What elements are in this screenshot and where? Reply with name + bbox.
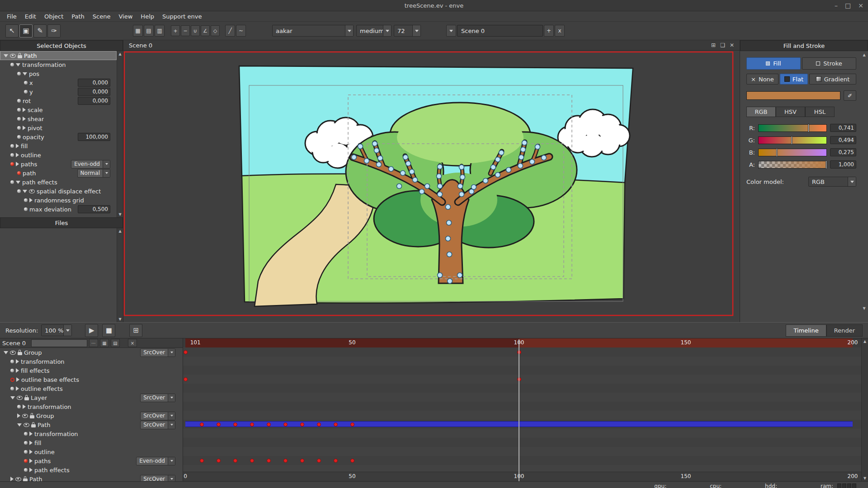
lock-icon[interactable] bbox=[31, 424, 36, 427]
path-node[interactable] bbox=[374, 148, 379, 153]
value-field[interactable]: 0,000 bbox=[78, 79, 110, 87]
timeline-layout-2-button[interactable]: ▤ bbox=[111, 339, 120, 347]
path-node[interactable] bbox=[425, 184, 430, 189]
visibility-eye-icon[interactable] bbox=[29, 189, 35, 193]
expand-arrow-icon[interactable] bbox=[16, 368, 19, 373]
expand-arrow-icon[interactable] bbox=[23, 108, 26, 112]
connect-nodes-button[interactable]: ∪ bbox=[191, 25, 200, 36]
timeline-layout-1-button[interactable]: ▦ bbox=[100, 339, 109, 347]
keyframe-indicator-dot[interactable] bbox=[24, 450, 28, 454]
keyframe-indicator-dot[interactable] bbox=[17, 189, 21, 193]
keyframe-dot[interactable] bbox=[217, 422, 221, 427]
timeline-row-path[interactable]: PathSrcOver bbox=[0, 474, 183, 481]
visibility-eye-icon[interactable] bbox=[22, 414, 28, 418]
path-node[interactable] bbox=[413, 178, 418, 183]
collapse-arrow-icon[interactable] bbox=[23, 190, 27, 193]
paint-tool-button[interactable]: ✑ bbox=[47, 24, 61, 38]
path-node[interactable] bbox=[459, 165, 464, 170]
objects-row-shear[interactable]: shear bbox=[0, 114, 117, 123]
stop-button[interactable]: ■ bbox=[102, 324, 115, 337]
channel-value-a[interactable]: 1,000 bbox=[830, 160, 856, 169]
path-node[interactable] bbox=[483, 178, 488, 183]
timeline-close-button[interactable]: × bbox=[128, 339, 137, 347]
scene-canvas[interactable] bbox=[123, 51, 740, 322]
path-node[interactable] bbox=[491, 165, 496, 170]
collapse-arrow-icon[interactable] bbox=[23, 72, 27, 75]
objects-row-rot[interactable]: rot0,000 bbox=[0, 96, 117, 105]
timeline-row-layer[interactable]: LayerSrcOver bbox=[0, 393, 183, 402]
objects-row-pivot[interactable]: pivot bbox=[0, 123, 117, 132]
timeline-row-transformation[interactable]: transformation bbox=[0, 357, 183, 366]
keyframe-indicator-dot[interactable] bbox=[24, 441, 28, 445]
collapse-arrow-icon[interactable] bbox=[4, 351, 8, 354]
value-field[interactable]: 0,500 bbox=[78, 205, 110, 213]
paint-flat-button[interactable]: Flat bbox=[780, 74, 808, 84]
menu-edit[interactable]: Edit bbox=[21, 13, 40, 20]
path-node[interactable] bbox=[358, 144, 363, 149]
keyframe-indicator-dot[interactable] bbox=[17, 135, 21, 139]
curve-segment-button[interactable]: ~ bbox=[236, 25, 246, 37]
menu-path[interactable]: Path bbox=[67, 13, 89, 20]
path-node[interactable] bbox=[447, 252, 452, 257]
keyframe-dot[interactable] bbox=[334, 459, 338, 463]
path-node[interactable] bbox=[542, 155, 547, 160]
path-node[interactable] bbox=[522, 141, 527, 145]
close-scene-button[interactable]: x bbox=[555, 25, 565, 37]
path-node[interactable] bbox=[378, 156, 383, 161]
menu-scene[interactable]: Scene bbox=[89, 13, 115, 20]
pivot-individual-button[interactable]: ▤ bbox=[144, 25, 154, 37]
keyframe-dot[interactable] bbox=[184, 377, 188, 381]
path-node[interactable] bbox=[410, 169, 415, 174]
objects-row-spatial-displace-effect[interactable]: spatial displace effect bbox=[0, 187, 117, 196]
menu-file[interactable]: File bbox=[3, 13, 21, 20]
channel-slider-marker[interactable] bbox=[808, 124, 809, 132]
color-tab-hsl[interactable]: HSL bbox=[805, 107, 835, 117]
keyframe-dot[interactable] bbox=[217, 459, 221, 463]
value-field[interactable]: 100,000 bbox=[78, 133, 110, 141]
path-node[interactable] bbox=[499, 150, 504, 155]
timeline-tab[interactable]: Timeline bbox=[786, 324, 826, 337]
path-node[interactable] bbox=[397, 184, 402, 189]
visibility-eye-icon[interactable] bbox=[15, 477, 21, 481]
visibility-eye-icon[interactable] bbox=[10, 351, 16, 355]
lock-icon[interactable] bbox=[18, 55, 22, 58]
keyframe-indicator-dot[interactable] bbox=[24, 90, 28, 94]
minimize-button[interactable]: – bbox=[835, 2, 838, 9]
symmetric-node-button[interactable]: ◇ bbox=[211, 25, 220, 36]
timeline-row-outline[interactable]: outline bbox=[0, 447, 183, 456]
path-node[interactable] bbox=[406, 161, 411, 166]
float-view-icon[interactable]: ❑ bbox=[720, 42, 725, 48]
path-node[interactable] bbox=[459, 192, 464, 197]
expand-arrow-icon[interactable] bbox=[16, 386, 19, 391]
keyframe-dot[interactable] bbox=[283, 459, 288, 463]
keyframe-indicator-dot[interactable] bbox=[10, 153, 14, 157]
expand-arrow-icon[interactable] bbox=[29, 432, 33, 436]
timeline-row-path[interactable]: PathSrcOver bbox=[0, 420, 183, 429]
path-node[interactable] bbox=[438, 192, 443, 197]
paint-gradient-button[interactable]: Gradient bbox=[809, 74, 856, 84]
path-node[interactable] bbox=[535, 145, 540, 150]
expand-arrow-icon[interactable] bbox=[17, 413, 20, 418]
path-node[interactable] bbox=[495, 173, 500, 178]
path-node[interactable] bbox=[438, 164, 443, 169]
keyframe-indicator-dot[interactable] bbox=[24, 207, 28, 211]
channel-value-g[interactable]: 0,494 bbox=[830, 136, 856, 144]
scroll-up-icon[interactable]: ▲ bbox=[863, 53, 865, 57]
dropdown-normal[interactable]: Normal bbox=[77, 169, 110, 178]
expand-arrow-icon[interactable] bbox=[16, 153, 19, 157]
keyframe-dot[interactable] bbox=[250, 459, 254, 463]
canvas-tab-scene-0[interactable]: Scene 0 bbox=[129, 42, 152, 49]
pivot-center-button[interactable]: ▦ bbox=[133, 25, 143, 37]
frame-ruler-bottom[interactable]: 050100150200 bbox=[183, 472, 862, 481]
color-model-select[interactable]: RGB bbox=[808, 177, 856, 187]
objects-row-max-deviation[interactable]: max deviation0,500 bbox=[0, 205, 117, 214]
lock-icon[interactable] bbox=[23, 479, 28, 481]
keyframe-dot[interactable] bbox=[300, 459, 304, 463]
selected-objects-scrollbar[interactable]: ▲ ▼ bbox=[117, 51, 123, 217]
timeline-scrollbar[interactable]: ▲ ▼ bbox=[861, 338, 868, 481]
keyframe-indicator-dot[interactable] bbox=[24, 468, 28, 472]
dropdown-srcover[interactable]: SrcOver bbox=[140, 348, 175, 357]
color-picker-button[interactable]: ✐ bbox=[844, 90, 856, 101]
timeline-row-path-effects[interactable]: path effects bbox=[0, 465, 183, 474]
menu-view[interactable]: View bbox=[115, 13, 137, 20]
